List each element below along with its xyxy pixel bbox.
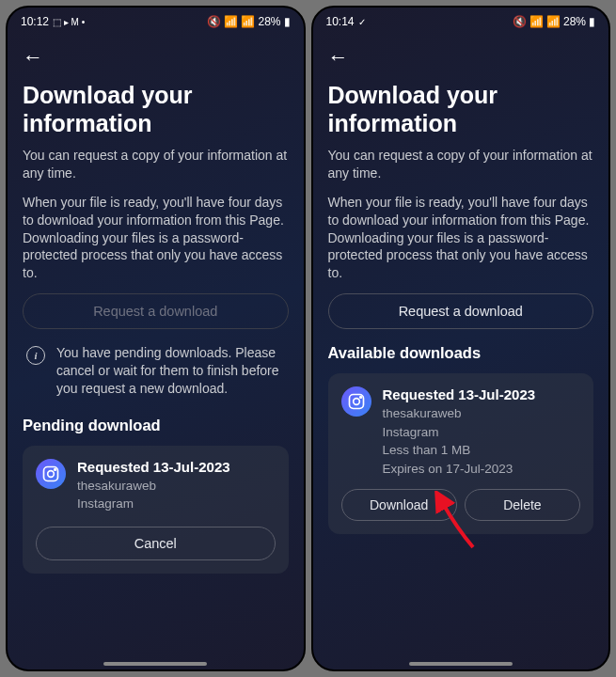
- pending-download-card: Requested 13-Jul-2023 thesakuraweb Insta…: [23, 446, 289, 574]
- svg-point-5: [359, 397, 361, 399]
- battery-icon: ▮: [589, 15, 595, 28]
- download-user: thesakuraweb: [383, 404, 581, 423]
- download-button[interactable]: Download: [341, 489, 457, 521]
- wifi-icon: 📶: [529, 15, 544, 28]
- instagram-icon: [36, 459, 66, 489]
- battery-text: 28%: [258, 15, 280, 28]
- download-user: thesakuraweb: [77, 477, 276, 496]
- download-size: Less than 1 MB: [383, 441, 581, 460]
- download-app: Instagram: [383, 423, 581, 442]
- intro-text-2: When your file is ready, you'll have fou…: [328, 194, 594, 282]
- intro-text-2: When your file is ready, you'll have fou…: [23, 194, 289, 282]
- page-title: Download your information: [23, 81, 289, 137]
- download-title: Requested 13-Jul-2023: [383, 386, 581, 402]
- available-section-heading: Available downloads: [328, 344, 594, 362]
- mute-icon: 🔇: [513, 15, 527, 28]
- battery-icon: ▮: [284, 15, 291, 28]
- svg-point-4: [353, 399, 359, 405]
- status-notif-icons: ✓: [358, 17, 366, 27]
- battery-text: 28%: [563, 15, 586, 28]
- mute-icon: 🔇: [207, 15, 221, 28]
- phone-right: 10:14 ✓ 🔇 📶 📶 28% ▮ ← Download your info…: [311, 6, 611, 671]
- page-title: Download your information: [328, 81, 594, 137]
- info-icon: i: [26, 346, 45, 365]
- download-title: Requested 13-Jul-2023: [77, 459, 276, 475]
- available-download-card: Requested 13-Jul-2023 thesakuraweb Insta…: [328, 373, 594, 534]
- pending-section-heading: Pending download: [23, 417, 289, 434]
- svg-point-1: [48, 471, 55, 478]
- status-bar: 10:14 ✓ 🔇 📶 📶 28% ▮: [313, 8, 609, 32]
- request-download-button: Request a download: [23, 293, 289, 329]
- wifi-icon: 📶: [224, 15, 238, 28]
- status-bar: 10:12 ⬚ ▸ M • 🔇 📶 📶 28% ▮: [8, 8, 304, 32]
- info-text: You have pending downloads. Please cance…: [56, 344, 285, 398]
- phone-left: 10:12 ⬚ ▸ M • 🔇 📶 📶 28% ▮ ← Download you…: [6, 6, 306, 671]
- signal-icon: 📶: [241, 15, 255, 28]
- svg-point-2: [55, 468, 56, 470]
- download-app: Instagram: [77, 495, 276, 513]
- instagram-icon: [341, 386, 371, 417]
- info-message: i You have pending downloads. Please can…: [23, 344, 289, 398]
- delete-button[interactable]: Delete: [465, 489, 580, 521]
- back-button[interactable]: ←: [23, 45, 289, 70]
- nav-bar[interactable]: [103, 662, 207, 666]
- nav-bar[interactable]: [409, 662, 513, 666]
- status-time: 10:14: [326, 15, 355, 28]
- intro-text-1: You can request a copy of your informati…: [23, 147, 289, 182]
- request-download-button[interactable]: Request a download: [328, 293, 594, 329]
- back-button[interactable]: ←: [328, 45, 594, 70]
- signal-icon: 📶: [546, 15, 561, 28]
- status-time: 10:12: [21, 15, 49, 28]
- download-expires: Expires on 17-Jul-2023: [383, 460, 581, 479]
- cancel-button[interactable]: Cancel: [36, 527, 276, 560]
- intro-text-1: You can request a copy of your informati…: [328, 147, 594, 182]
- status-notif-icons: ⬚ ▸ M •: [53, 17, 85, 27]
